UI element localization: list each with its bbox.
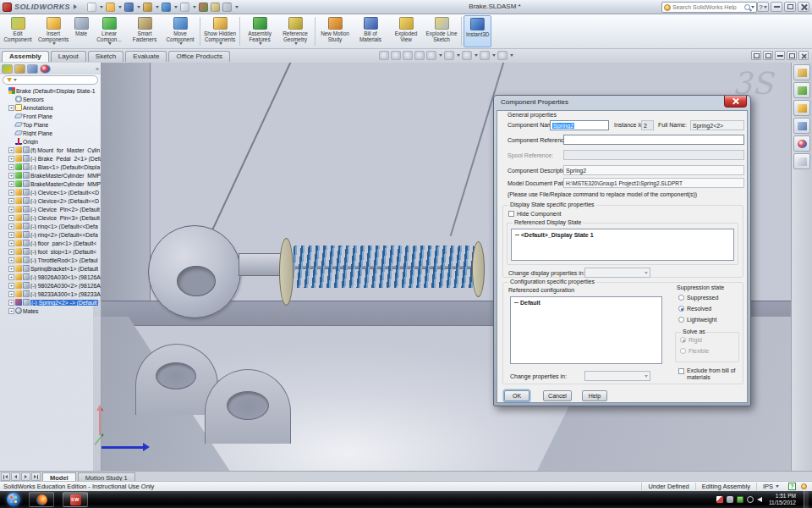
taskpane-tab-file-explorer[interactable]: [793, 100, 810, 116]
select-dropdown-icon[interactable]: [193, 6, 196, 8]
zoom-to-area-icon[interactable]: [391, 51, 401, 60]
tab-model[interactable]: Model: [42, 472, 76, 481]
tree-expand-toggle[interactable]: +: [8, 156, 14, 162]
reference-geometry-button[interactable]: Reference Geometry: [277, 15, 313, 47]
taskbar-clock[interactable]: 1:51 PM 11/15/2012: [769, 493, 796, 506]
tab-scroll-next-button[interactable]: [21, 472, 30, 481]
tree-item[interactable]: +SpringBracket<1> (Default: [0, 264, 101, 273]
volume-mixer-icon[interactable]: [747, 496, 754, 503]
tree-filter-box[interactable]: [3, 75, 98, 85]
taskbar-solidworks-button[interactable]: SW: [63, 492, 88, 507]
restore-button[interactable]: [784, 2, 796, 12]
apply-scene-dropdown-icon[interactable]: [510, 54, 513, 57]
linear-component-pattern-button[interactable]: Linear Compon...: [91, 15, 127, 47]
resolved-option[interactable]: Resolved: [678, 306, 711, 312]
units-dropdown-icon[interactable]: [776, 485, 779, 488]
search-box[interactable]: [661, 2, 757, 13]
undo-dropdown-icon[interactable]: [174, 6, 178, 8]
edit-component-button[interactable]: Edit Component: [0, 15, 36, 47]
tree-item[interactable]: Front Plane: [0, 112, 101, 120]
exploded-view-button[interactable]: Exploded View: [388, 15, 424, 47]
panel-chevron-icon[interactable]: »: [96, 66, 99, 72]
insert-components-button[interactable]: Insert Components: [36, 15, 71, 47]
bill-of-materials-button[interactable]: Bill of Materials: [353, 15, 388, 47]
tree-item[interactable]: +BrakeMasterCylinder_MMP: [0, 179, 101, 188]
display-state-item[interactable]: <Default>_Display State 1: [521, 232, 594, 238]
tree-item[interactable]: +(-) Spring2<2> -> (Default: [0, 298, 101, 306]
feature-tree-tab-icon[interactable]: [2, 64, 13, 74]
tree-expand-toggle[interactable]: +: [8, 232, 14, 238]
component-name-input[interactable]: Spring2: [550, 120, 609, 130]
search-dropdown-icon[interactable]: [751, 6, 754, 8]
tree-item[interactable]: +(-) floor_pan<1> (Default<: [0, 239, 101, 247]
tab-scroll-last-button[interactable]: [31, 472, 41, 481]
tree-item[interactable]: +(-) ring<2> (Default<<Defa: [0, 230, 101, 239]
quick-tip-help-icon[interactable]: ?: [788, 483, 796, 490]
search-input[interactable]: [671, 4, 744, 10]
close-button[interactable]: [798, 2, 809, 12]
exclude-bom-row[interactable]: Exclude from bill of materials: [678, 367, 739, 381]
cad-washer-right[interactable]: [472, 241, 485, 297]
undo-icon[interactable]: [162, 3, 171, 12]
tab-sketch[interactable]: Sketch: [88, 51, 123, 62]
hide-component-checkbox[interactable]: [508, 211, 514, 217]
view-orientation-dropdown-icon[interactable]: [439, 54, 442, 57]
help-button[interactable]: ?: [757, 2, 769, 12]
dialog-close-button[interactable]: [724, 96, 747, 108]
taskpane-tab-appearances[interactable]: [793, 135, 810, 152]
doc-minimize-button[interactable]: [775, 51, 785, 60]
print-dropdown-icon[interactable]: [156, 6, 159, 8]
viewport-layout-button[interactable]: [763, 51, 773, 60]
tree-expand-toggle[interactable]: +: [8, 283, 14, 289]
tree-item[interactable]: +(-) Clevice_Pin<3> (Default: [0, 213, 101, 222]
lightweight-option[interactable]: Lightweight: [678, 317, 716, 323]
tree-item[interactable]: +(-) ThrottleRod<1> (Defaul: [0, 256, 101, 264]
tree-expand-toggle[interactable]: +: [8, 274, 14, 280]
new-document-icon[interactable]: [87, 3, 96, 12]
tab-scroll-prev-button[interactable]: [11, 472, 20, 481]
zoom-to-fit-icon[interactable]: [379, 51, 389, 60]
hide-show-items-icon[interactable]: [462, 51, 472, 60]
display-state-listbox[interactable]: <Default>_Display State 1: [511, 229, 734, 261]
speaker-icon[interactable]: [757, 497, 762, 502]
lightweight-radio[interactable]: [678, 317, 684, 323]
ok-button[interactable]: OK: [504, 390, 529, 401]
tree-item[interactable]: +(-) 98026A030<2> (98126A0: [0, 281, 101, 290]
smart-fasteners-button[interactable]: Smart Fasteners: [127, 15, 162, 47]
tree-expand-toggle[interactable]: +: [8, 190, 14, 196]
tree-expand-toggle[interactable]: +: [8, 308, 14, 314]
split-pane-button[interactable]: [751, 51, 761, 60]
tree-item[interactable]: Top Plane: [0, 120, 101, 129]
options-dropdown-icon[interactable]: [235, 6, 239, 8]
tree-expand-toggle[interactable]: +: [8, 257, 14, 263]
display-style-dropdown-icon[interactable]: [457, 54, 460, 57]
tree-item[interactable]: +(-) 98026A030<1> (98126A0: [0, 273, 101, 281]
tab-assembly[interactable]: Assembly: [2, 51, 49, 62]
tree-expand-toggle[interactable]: +: [8, 173, 14, 179]
tab-evaluate[interactable]: Evaluate: [125, 51, 167, 62]
move-component-button[interactable]: Move Component: [162, 15, 198, 47]
cad-washer-left[interactable]: [279, 238, 294, 306]
previous-view-icon[interactable]: [403, 51, 413, 60]
tree-expand-toggle[interactable]: +: [8, 291, 14, 297]
show-hidden-components-button[interactable]: Show Hidden Components: [202, 15, 238, 47]
tree-expand-toggle[interactable]: +: [8, 249, 14, 255]
print-icon[interactable]: [143, 3, 152, 12]
tree-item[interactable]: +Annotations: [0, 103, 101, 112]
taskpane-tab-solidworks-resources[interactable]: [793, 64, 810, 80]
tree-item[interactable]: +(-) Clevice_Pin<2> (Default: [0, 205, 101, 213]
tree-expand-toggle[interactable]: +: [8, 147, 14, 153]
search-icon[interactable]: [744, 4, 750, 10]
save-icon[interactable]: [124, 3, 134, 12]
minimize-button[interactable]: [771, 2, 782, 12]
explode-line-sketch-button[interactable]: Explode Line Sketch: [424, 15, 459, 47]
doc-restore-button[interactable]: [787, 51, 797, 60]
section-view-icon[interactable]: [414, 51, 425, 60]
display-style-icon[interactable]: [444, 51, 454, 60]
apply-scene-icon[interactable]: [497, 51, 508, 60]
taskpane-tab-design-library[interactable]: [793, 82, 810, 98]
hide-component-row[interactable]: Hide Component: [508, 211, 562, 217]
tree-expand-toggle[interactable]: +: [8, 164, 14, 170]
doc-close-button[interactable]: [798, 51, 809, 60]
tree-item[interactable]: +(-) Clevice<1> (Default<<D: [0, 188, 101, 196]
